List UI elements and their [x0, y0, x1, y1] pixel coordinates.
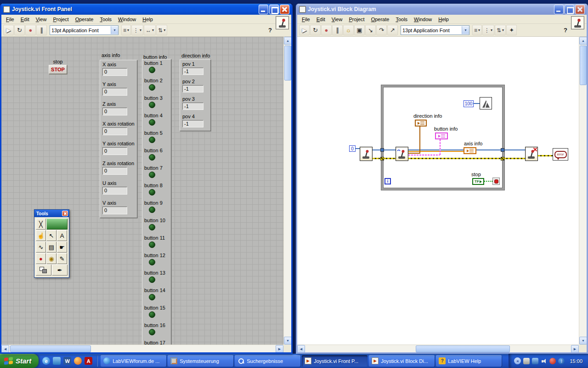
wire-stop-boolean[interactable] [484, 181, 492, 182]
taskbar-task-front-panel[interactable]: ▶Joystick.vi Front P... [302, 355, 368, 367]
font-selector[interactable]: 13pt Application Font ▾ [401, 25, 469, 35]
position-tool-icon[interactable]: ↖ [46, 230, 57, 241]
menu-edit[interactable]: Edit [313, 15, 328, 23]
font-selector[interactable]: 13pt Application Font ▾ [50, 25, 119, 35]
numeric-constant-100[interactable]: 100 [464, 100, 474, 107]
led-indicator[interactable] [149, 102, 155, 108]
close-button[interactable] [280, 5, 289, 14]
wire-axis-info[interactable] [408, 151, 464, 152]
menu-help[interactable]: Help [139, 15, 156, 23]
front-panel-titlebar[interactable]: Joystick.vi Front Panel [1, 4, 291, 15]
menu-file[interactable]: File [3, 15, 17, 23]
led-indicator[interactable] [149, 276, 155, 283]
menu-project[interactable]: Project [50, 15, 72, 23]
scroll-tool-icon[interactable]: ☛ [57, 242, 67, 253]
highlight-execution-button[interactable]: ☼ [343, 25, 354, 35]
tunnel[interactable] [380, 148, 384, 152]
led-indicator[interactable] [149, 154, 155, 161]
breakpoint-tool-icon[interactable]: ● [36, 253, 46, 264]
step-into-button[interactable]: ↘ [365, 25, 376, 35]
tray-bluetooth-icon[interactable]: ᛒ [558, 358, 565, 364]
led-indicator[interactable] [149, 224, 155, 230]
button-info-terminal[interactable] [435, 132, 448, 139]
auto-tool-icon[interactable]: ╳ [36, 218, 46, 230]
numeric-indicator[interactable]: 0 [102, 68, 127, 76]
numeric-indicator[interactable]: 0 [102, 187, 127, 195]
close-icon[interactable] [62, 211, 68, 216]
tunnel[interactable] [501, 157, 504, 161]
tunnel[interactable] [501, 148, 504, 152]
wire-wait-ms[interactable] [474, 103, 480, 104]
word-icon[interactable]: W [63, 357, 71, 365]
run-continuously-button[interactable]: ↻ [310, 25, 321, 35]
menu-edit[interactable]: Edit [17, 15, 33, 23]
led-indicator[interactable] [149, 311, 155, 318]
align-objects-dropdown[interactable]: ≡▾ [121, 25, 131, 35]
numeric-constant-0[interactable]: 0 [349, 145, 356, 152]
tray-security-icon[interactable] [523, 358, 530, 364]
align-objects-dropdown[interactable]: ≡▾ [472, 25, 482, 35]
menu-project[interactable]: Project [345, 15, 368, 23]
error-out-indicator[interactable]: error [553, 148, 568, 161]
probe-tool-icon[interactable]: ◉ [46, 253, 57, 264]
color-copy-tool-icon[interactable]: ✎ [57, 253, 67, 264]
minimize-button[interactable] [259, 5, 268, 14]
wire-direction-info[interactable] [408, 153, 420, 154]
loop-condition-terminal[interactable] [492, 178, 500, 185]
numeric-indicator[interactable]: -1 [182, 120, 204, 127]
chevron-down-icon[interactable]: ▾ [111, 26, 118, 34]
run-button[interactable]: ▶ [299, 25, 310, 35]
distribute-objects-dropdown[interactable]: ⋮▾ [131, 25, 143, 35]
reorder-objects-dropdown[interactable]: ⇅▾ [495, 25, 506, 35]
set-color-tool-icon[interactable] [36, 264, 51, 276]
taskbar-task-labviewforum[interactable]: LabVIEWforum.de ... [101, 355, 166, 367]
led-indicator[interactable] [149, 137, 155, 143]
vi-icon-thumbnail[interactable] [571, 16, 584, 29]
scroll-up-button[interactable]: ▲ [579, 37, 587, 45]
pause-button[interactable]: ∥ [36, 25, 47, 35]
led-indicator[interactable] [149, 242, 155, 248]
initialize-joystick-node[interactable] [360, 147, 373, 161]
wire-direction-info[interactable] [419, 126, 420, 154]
numeric-indicator[interactable]: 0 [102, 127, 127, 135]
resize-objects-dropdown[interactable]: ↔▾ [144, 25, 156, 35]
numeric-indicator[interactable]: 0 [102, 108, 127, 115]
wire-button-info[interactable] [440, 139, 441, 155]
taskbar-task-systemsteuerung[interactable]: Systemsteuerung [168, 355, 233, 367]
numeric-indicator[interactable]: 0 [102, 88, 127, 96]
tray-antivirus-icon[interactable] [549, 358, 556, 364]
scroll-right-button[interactable]: ▶ [571, 345, 579, 352]
menu-operate[interactable]: Operate [72, 15, 97, 23]
led-indicator[interactable] [149, 329, 155, 335]
stop-boolean-terminal[interactable]: TF [472, 178, 484, 185]
start-button[interactable]: Start [0, 354, 39, 368]
led-indicator[interactable] [149, 259, 155, 265]
wait-until-next-ms-node[interactable] [480, 97, 492, 109]
horizontal-scroll-thumb[interactable] [416, 345, 510, 352]
menu-tools[interactable]: Tools [392, 15, 411, 23]
tray-chevron-button[interactable]: « [514, 357, 521, 364]
tools-palette-titlebar[interactable]: Tools [34, 210, 69, 217]
numeric-indicator[interactable]: 0 [102, 147, 127, 155]
maximize-button[interactable] [269, 5, 279, 14]
step-over-button[interactable]: ↷ [376, 25, 387, 35]
numeric-indicator[interactable]: -1 [182, 85, 204, 92]
led-indicator[interactable] [149, 119, 155, 126]
pause-button[interactable]: ∥ [332, 25, 343, 35]
menu-operate[interactable]: Operate [368, 15, 393, 23]
run-continuously-button[interactable]: ↻ [14, 25, 25, 35]
horizontal-scroll-thumb[interactable] [10, 345, 91, 352]
wire-tool-icon[interactable]: ∿ [36, 242, 46, 253]
wire-error[interactable] [373, 158, 396, 159]
led-indicator[interactable] [149, 207, 155, 213]
taskbar-task-block-diagram[interactable]: ▶Joystick.vi Block Di... [369, 355, 435, 367]
distribute-objects-dropdown[interactable]: ⋮▾ [482, 25, 494, 35]
scroll-down-button[interactable]: ▼ [284, 337, 291, 345]
maximize-button[interactable] [565, 5, 574, 14]
scroll-left-button[interactable]: ◀ [1, 345, 9, 352]
led-indicator[interactable] [149, 67, 155, 73]
numeric-indicator[interactable]: 0 [102, 207, 127, 214]
acrobat-icon[interactable]: A [85, 357, 92, 365]
led-indicator[interactable] [149, 84, 155, 91]
context-help-button[interactable]: ? [564, 27, 567, 34]
